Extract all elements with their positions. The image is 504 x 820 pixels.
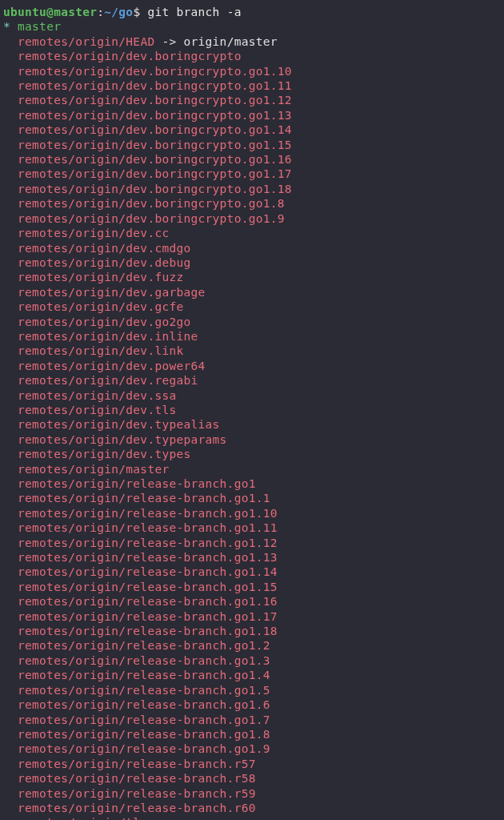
remote-branch-line: remotes/origin/dev.tls [3, 403, 501, 417]
remote-branch-line: remotes/origin/dev.fuzz [3, 270, 501, 284]
remote-branch-line: remotes/origin/release-branch.go1.17 [3, 609, 501, 624]
remote-branch-line: remotes/origin/dev.garbage [3, 285, 501, 299]
remote-branch-line: remotes/origin/release-branch.r58 [3, 771, 501, 786]
prompt-path: ~/go [104, 6, 133, 18]
remote-branch-line: remotes/origin/release-branch.r60 [3, 801, 501, 815]
remote-branch-line: remotes/origin/dev.boringcrypto.go1.13 [3, 108, 501, 123]
remote-branch-line: remotes/origin/dev.boringcrypto.go1.17 [3, 167, 501, 181]
remote-branch-list: remotes/origin/dev.boringcrypto remotes/… [3, 49, 501, 820]
remote-branch-line: remotes/origin/release-branch.go1.16 [3, 594, 501, 609]
remote-branch-line: remotes/origin/release-branch.go1.5 [3, 683, 501, 697]
remote-branch-line: remotes/origin/release-branch.go1.4 [3, 668, 501, 682]
prompt-user-host: ubuntu@master [3, 6, 97, 18]
remote-branch-line: remotes/origin/dev.cc [3, 226, 501, 240]
remote-branch-line: remotes/origin/dev.types [3, 447, 501, 461]
remote-branch-line: remotes/origin/dev.ssa [3, 388, 501, 403]
remote-branch-line: remotes/origin/release-branch.go1.11 [3, 521, 501, 535]
remote-branch-line: remotes/origin/dev.go2go [3, 315, 501, 329]
remote-branch-line: remotes/origin/release-branch.go1.12 [3, 536, 501, 550]
current-branch-line: * master [3, 19, 501, 34]
remote-branch-line: remotes/origin/release-branch.go1 [3, 476, 501, 491]
remote-branch-line: remotes/origin/dev.debug [3, 255, 501, 270]
remote-branch-line: remotes/origin/release-branch.go1.2 [3, 638, 501, 653]
remote-branch-line: remotes/origin/dev.boringcrypto.go1.8 [3, 196, 501, 211]
remote-branch-line: remotes/origin/dev.gcfe [3, 299, 501, 314]
prompt-colon: : [97, 6, 104, 18]
remote-branch-line: remotes/origin/dev.boringcrypto.go1.14 [3, 123, 501, 137]
remote-branch-line: remotes/origin/release-branch.go1.15 [3, 580, 501, 594]
remote-branch-line: remotes/origin/tls [3, 815, 501, 820]
remote-branch-line: remotes/origin/release-branch.go1.1 [3, 491, 501, 505]
prompt-dollar: $ [133, 6, 147, 18]
head-target-ref: origin/master [184, 35, 278, 48]
remote-branch-line: remotes/origin/dev.boringcrypto.go1.10 [3, 64, 501, 78]
remote-branch-line: remotes/origin/dev.boringcrypto.go1.15 [3, 138, 501, 152]
remote-branch-line: remotes/origin/release-branch.go1.13 [3, 550, 501, 565]
remote-branch-line: remotes/origin/master [3, 462, 501, 476]
remote-branch-line: remotes/origin/dev.regabi [3, 373, 501, 388]
remote-branch-line: remotes/origin/release-branch.go1.9 [3, 742, 501, 756]
current-branch-star: * [3, 20, 18, 33]
terminal-prompt-line: ubuntu@master:~/go$ git branch -a [3, 5, 501, 19]
remote-branch-line: remotes/origin/dev.boringcrypto.go1.16 [3, 152, 501, 167]
remote-branch-line: remotes/origin/dev.power64 [3, 359, 501, 373]
remote-branch-line: remotes/origin/dev.inline [3, 329, 501, 344]
remote-branch-line: remotes/origin/dev.cmdgo [3, 241, 501, 255]
remote-branch-line: remotes/origin/dev.boringcrypto [3, 49, 501, 63]
remote-head-line: remotes/origin/HEAD -> origin/master [3, 34, 501, 49]
remote-branch-line: remotes/origin/dev.boringcrypto.go1.18 [3, 182, 501, 196]
remote-branch-line: remotes/origin/release-branch.go1.3 [3, 653, 501, 668]
remote-branch-line: remotes/origin/dev.typeparams [3, 432, 501, 447]
command-text: git branch -a [147, 6, 241, 18]
remote-branch-line: remotes/origin/release-branch.go1.10 [3, 506, 501, 521]
remote-branch-line: remotes/origin/release-branch.go1.8 [3, 727, 501, 742]
remote-branch-line: remotes/origin/release-branch.go1.7 [3, 713, 501, 727]
remote-branch-line: remotes/origin/release-branch.go1.6 [3, 697, 501, 712]
remote-branch-line: remotes/origin/dev.boringcrypto.go1.9 [3, 211, 501, 226]
remote-branch-line: remotes/origin/release-branch.go1.18 [3, 624, 501, 638]
remote-branch-line: remotes/origin/dev.typealias [3, 417, 501, 432]
remote-branch-line: remotes/origin/release-branch.r59 [3, 786, 501, 801]
remote-branch-line: remotes/origin/dev.boringcrypto.go1.11 [3, 78, 501, 93]
remote-branch-line: remotes/origin/dev.boringcrypto.go1.12 [3, 93, 501, 107]
remote-branch-line: remotes/origin/dev.link [3, 344, 501, 358]
head-arrow: -> [154, 35, 183, 48]
head-indent [3, 35, 18, 48]
remote-branch-line: remotes/origin/release-branch.r57 [3, 757, 501, 771]
head-remote-ref: remotes/origin/HEAD [18, 35, 154, 48]
current-branch-name: master [18, 20, 61, 33]
remote-branch-line: remotes/origin/release-branch.go1.14 [3, 565, 501, 579]
